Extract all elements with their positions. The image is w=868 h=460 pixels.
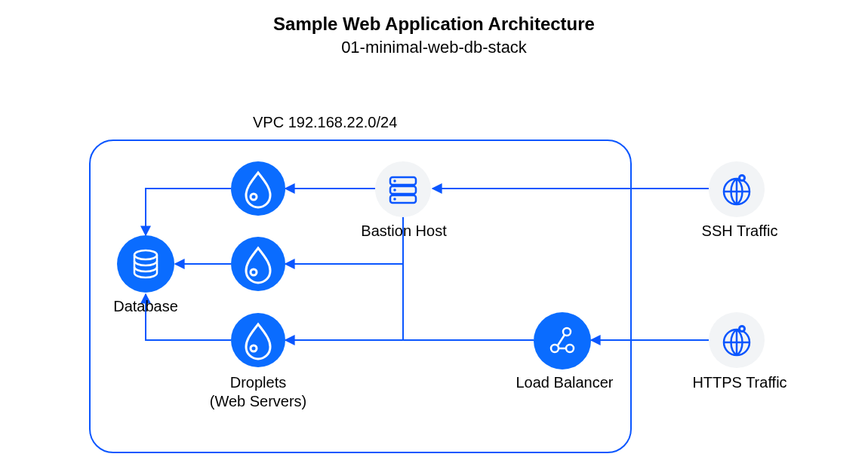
globe-icon <box>709 312 765 371</box>
svg-point-32 <box>740 327 743 330</box>
lb-label: Load Balancer <box>512 374 617 391</box>
svg-point-20 <box>393 198 396 201</box>
svg-point-18 <box>393 179 396 182</box>
server-icon <box>375 161 431 220</box>
svg-point-6 <box>117 235 174 293</box>
svg-point-19 <box>393 189 396 192</box>
https-label: HTTPS Traffic <box>687 374 793 391</box>
svg-point-14 <box>375 161 431 217</box>
svg-point-28 <box>740 176 743 179</box>
svg-point-21 <box>534 312 591 370</box>
droplets-label-line1: Droplets <box>230 374 286 391</box>
droplet-icon <box>231 313 285 370</box>
database-label: Database <box>113 298 178 315</box>
load-balancer-icon <box>534 312 591 373</box>
droplets-label: Droplets (Web Servers) <box>205 373 311 411</box>
droplets-label-line2: (Web Servers) <box>210 393 307 409</box>
droplet-icon <box>231 237 285 294</box>
droplet-icon <box>231 161 285 219</box>
ssh-label: SSH Traffic <box>694 222 785 240</box>
database-icon <box>117 235 174 296</box>
globe-icon <box>709 161 765 220</box>
diagram-canvas: Sample Web Application Architecture 01-m… <box>0 0 868 460</box>
bastion-label: Bastion Host <box>359 222 449 240</box>
